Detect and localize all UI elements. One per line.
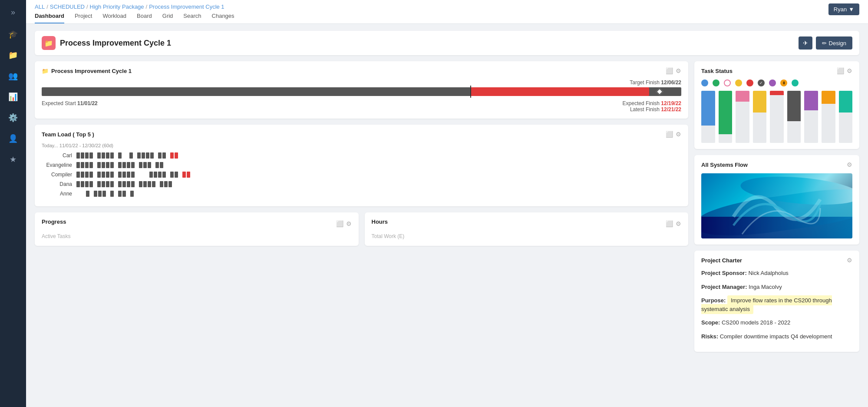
hours-card: Hours ⬜ ⚙ Total Work (E) [365, 212, 689, 246]
task-bar-paused [822, 91, 835, 143]
dot-overdue [746, 79, 753, 86]
latest-finish-label: Latest Finish [630, 106, 660, 113]
team-load-copy-icon[interactable]: ⬜ [666, 131, 673, 138]
progress-card: Progress ⬜ ⚙ Active Tasks [35, 212, 359, 246]
charter-settings-icon[interactable]: ⚙ [847, 257, 852, 264]
hours-title: Hours [372, 218, 388, 225]
team-row-dana: Dana [42, 181, 681, 187]
nav-tabs: Dashboard Project Workload Board Grid Se… [35, 13, 234, 23]
expected-start-label: Expected Start [42, 100, 76, 106]
dot-hold [769, 79, 776, 86]
team-load-settings-icon[interactable]: ⚙ [676, 131, 681, 138]
breadcrumb-scheduled[interactable]: SCHEDULED [50, 3, 85, 10]
breadcrumb-package[interactable]: High Priority Package [90, 3, 144, 10]
breadcrumb-all[interactable]: ALL [35, 3, 45, 10]
task-bar-active [701, 91, 715, 143]
team-member-name: Carl [42, 152, 76, 159]
all-systems-title: All Systems Flow [701, 162, 748, 168]
main-content: ALL / SCHEDULED / High Priority Package … [26, 0, 868, 407]
page-header: 📁 Process Improvement Cycle 1 ✈ ✏ Design [35, 31, 859, 55]
gantt-bar-overdue [470, 87, 649, 96]
timeline-title: Process Improvement Cycle 1 [51, 68, 132, 74]
dashboard-grid: 📁 Process Improvement Cycle 1 ⬜ ⚙ Target… [35, 61, 859, 400]
task-status-title: Task Status [701, 68, 733, 74]
expected-finish-label: Expected Finish [623, 100, 660, 106]
dot-warning [735, 79, 742, 86]
task-status-settings-icon[interactable]: ⚙ [847, 67, 852, 74]
progress-settings-icon[interactable]: ⚙ [346, 220, 352, 227]
charter-title: Project Charter [701, 257, 742, 264]
team-bars-dana [76, 181, 681, 187]
tab-board[interactable]: Board [137, 13, 152, 23]
tab-changes[interactable]: Changes [212, 13, 234, 23]
team-load-period: Today... 11/01/22 - 12/30/22 (60d) [42, 143, 681, 148]
tab-dashboard[interactable]: Dashboard [35, 13, 64, 23]
team-row-evangeline: Evangeline [42, 162, 681, 168]
design-button[interactable]: ✏ Design [816, 36, 852, 50]
bottom-row: Progress ⬜ ⚙ Active Tasks Hours ⬜ [35, 212, 688, 246]
hours-copy-icon[interactable]: ⬜ [666, 220, 673, 227]
sidebar-item-files[interactable]: 📁 [4, 46, 22, 64]
team-member-name: Anne [42, 191, 76, 197]
sidebar-item-star[interactable]: ★ [4, 151, 22, 168]
charter-manager: Project Manager: Inga Macolvy [701, 283, 852, 291]
content-area: 📁 Process Improvement Cycle 1 ✈ ✏ Design [26, 24, 868, 407]
tab-workload[interactable]: Workload [102, 13, 126, 23]
dot-paused: ⏸ [780, 79, 787, 86]
task-bar-review [839, 91, 853, 143]
team-row-anne: Anne [42, 191, 681, 197]
task-bar-approved [787, 91, 801, 143]
team-member-name: Evangeline [42, 162, 76, 168]
gantt-bar [42, 87, 681, 96]
page-title: Process Improvement Cycle 1 [60, 39, 171, 48]
all-systems-settings-icon[interactable]: ⚙ [847, 161, 852, 168]
target-date: 12/06/22 [661, 79, 681, 86]
task-status-bars [701, 91, 852, 143]
team-bars-compiler [76, 172, 681, 178]
right-column: Task Status ⬜ ⚙ ✓ [694, 61, 859, 400]
target-label: Target Finish [630, 79, 660, 86]
task-bar-overdue [770, 91, 784, 143]
sidebar-item-home[interactable]: 🎓 [4, 26, 22, 43]
project-charter-card: Project Charter ⚙ Project Sponsor: Nick … [694, 251, 859, 352]
team-row-carl: Carl [42, 152, 681, 159]
latest-finish-date: 12/21/22 [661, 106, 681, 113]
timeline-copy-icon[interactable]: ⬜ [666, 67, 673, 74]
charter-risks: Risks: Compiler downtime impacts Q4 deve… [701, 332, 852, 341]
team-bars-evangeline [76, 162, 681, 168]
task-bar-hold [804, 91, 818, 143]
charter-purpose: Purpose: Improve flow rates in the CS200… [701, 296, 852, 313]
dot-complete [713, 79, 719, 86]
progress-copy-icon[interactable]: ⬜ [336, 220, 343, 227]
breadcrumb-current[interactable]: Process Improvement Cycle 1 [149, 3, 224, 10]
tab-project[interactable]: Project [75, 13, 92, 23]
timeline-settings-icon[interactable]: ⚙ [676, 67, 681, 74]
expected-finish-date: 12/19/22 [661, 100, 681, 106]
sidebar-item-people[interactable]: 👥 [4, 67, 22, 85]
task-bar-warning [753, 91, 767, 143]
user-menu-button[interactable]: Ryan ▼ [828, 3, 859, 15]
hours-settings-icon[interactable]: ⚙ [676, 220, 681, 227]
charter-sponsor: Project Sponsor: Nick Adalpholus [701, 269, 852, 278]
left-column: 📁 Process Improvement Cycle 1 ⬜ ⚙ Target… [35, 61, 688, 400]
tab-grid[interactable]: Grid [162, 13, 173, 23]
sidebar-item-chart[interactable]: 📊 [4, 88, 22, 106]
expected-start-date: 11/01/22 [77, 100, 98, 106]
team-row-compiler: Compiler [42, 172, 681, 178]
task-status-dots: ✓ ⏸ [701, 79, 852, 86]
hours-sublabel: Total Work (E) [372, 233, 405, 239]
send-button[interactable]: ✈ [799, 36, 812, 50]
team-load-title: Team Load ( Top 5 ) [42, 131, 94, 138]
topbar: ALL / SCHEDULED / High Priority Package … [26, 0, 868, 24]
sidebar: » 🎓 📁 👥 📊 ⚙️ 👤 ★ [0, 0, 26, 407]
tab-search[interactable]: Search [183, 13, 201, 23]
team-member-name: Compiler [42, 172, 76, 178]
sidebar-item-settings[interactable]: ⚙️ [4, 109, 22, 126]
task-status-copy-icon[interactable]: ⬜ [837, 67, 844, 74]
progress-sublabel: Active Tasks [42, 233, 70, 239]
sidebar-expand-button[interactable]: » [7, 4, 19, 20]
sidebar-item-person[interactable]: 👤 [4, 130, 22, 147]
all-systems-card: All Systems Flow ⚙ [694, 155, 859, 245]
team-bars-anne [76, 191, 681, 197]
all-systems-flow-image [701, 173, 852, 238]
